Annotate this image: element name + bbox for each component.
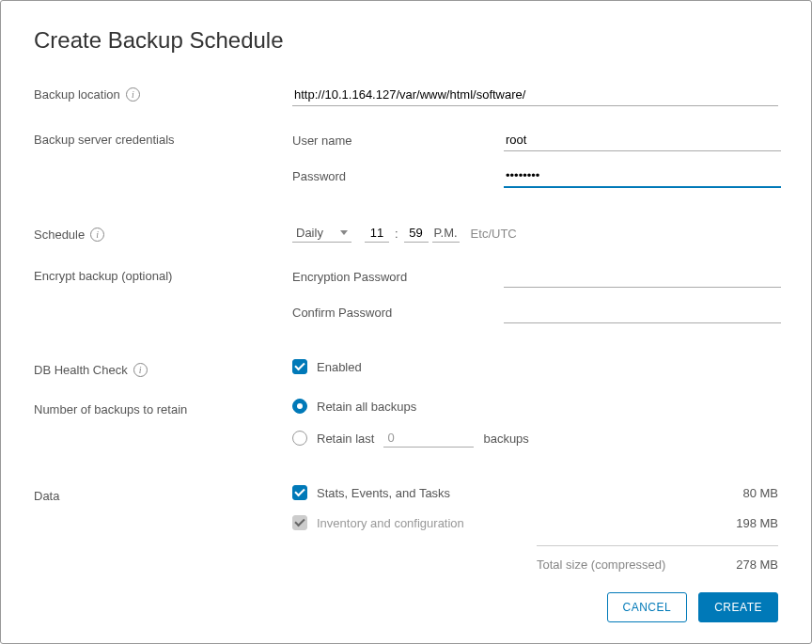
username-input[interactable] [504,129,781,151]
info-icon[interactable]: i [126,87,140,102]
info-icon[interactable]: i [90,228,104,242]
minute-input[interactable] [404,224,429,243]
dialog-title: Create Backup Schedule [34,27,778,54]
data-stats-checkbox[interactable] [292,485,307,500]
data-stats-label: Stats, Events, and Tasks [317,486,450,500]
data-stats-size: 80 MB [742,486,778,500]
backup-location-label: Backup location [34,87,120,102]
encrypt-label: Encrypt backup (optional) [34,269,172,283]
db-health-enabled-label: Enabled [317,360,362,374]
schedule-label: Schedule [34,228,85,242]
password-input[interactable] [504,165,781,188]
create-button[interactable]: CREATE [698,592,778,622]
timezone-label: Etc/UTC [471,227,517,241]
db-health-label: DB Health Check [34,363,128,377]
time-colon: : [395,227,398,241]
encryption-confirm-input[interactable] [504,301,781,323]
dialog-footer: CANCEL CREATE [607,592,778,622]
credentials-label: Backup server credentials [34,133,175,147]
data-inventory-label: Inventory and configuration [317,516,464,530]
retain-all-label: Retain all backups [317,400,416,414]
enc-confirm-label: Confirm Password [292,306,504,320]
data-inventory-size: 198 MB [736,516,778,530]
enc-password-label: Encryption Password [292,270,504,284]
divider [537,545,778,546]
data-inventory-checkbox [292,515,307,530]
password-label: Password [292,169,504,183]
retain-last-prefix: Retain last [317,432,374,446]
create-backup-dialog: Create Backup Schedule Backup location i… [0,0,812,644]
data-label: Data [34,489,59,503]
retain-last-radio[interactable] [292,431,307,446]
frequency-select[interactable]: Daily [292,224,351,243]
cancel-button[interactable]: CANCEL [607,592,688,622]
frequency-value: Daily [296,226,323,240]
retain-all-radio[interactable] [292,399,307,414]
retain-count-input[interactable] [383,429,474,448]
db-health-checkbox[interactable] [292,359,307,374]
retain-label: Number of backups to retain [34,402,187,416]
hour-input[interactable] [365,224,389,243]
username-label: User name [292,134,504,148]
retain-last-suffix: backups [483,432,528,446]
total-label: Total size (compressed) [537,558,665,572]
total-size: 278 MB [736,558,778,572]
ampm-select[interactable]: P.M. [432,224,460,243]
chevron-down-icon [340,230,348,235]
backup-location-input[interactable] [292,84,778,106]
encryption-password-input[interactable] [504,265,781,288]
info-icon[interactable]: i [133,363,148,377]
